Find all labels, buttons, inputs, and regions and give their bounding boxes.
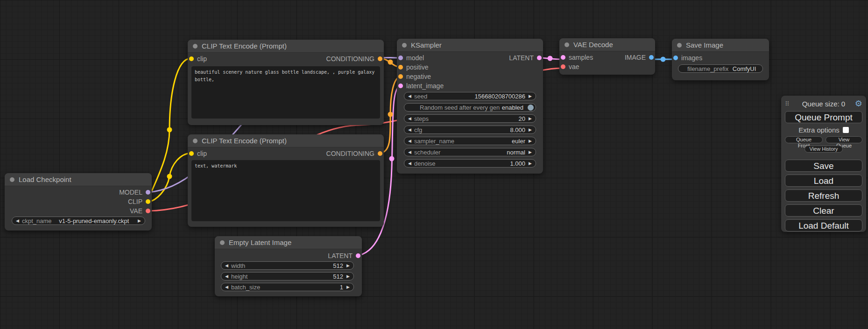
increment-arrow-icon[interactable]: ▶ (527, 137, 533, 145)
node-status-dot (402, 43, 407, 48)
node-title: CLIP Text Encode (Prompt) (202, 137, 287, 145)
node-empty-latent-image[interactable]: Empty Latent Image LATENT ◀ width 512 ▶ … (215, 236, 362, 296)
wire-clip-to-positive-encoder (148, 58, 191, 202)
ckpt-name-widget[interactable]: ◀ ckpt_name v1-5-pruned-emaonly.ckpt ▶ (12, 217, 145, 225)
queue-front-button[interactable]: Queue Front (785, 136, 823, 143)
widget-value: normal (507, 149, 525, 156)
widget-label: width (231, 262, 245, 269)
node-save-image[interactable]: Save Image images filename_prefix ComfyU… (672, 39, 769, 80)
increment-arrow-icon[interactable]: ▶ (527, 92, 533, 100)
positive-input-slot[interactable] (398, 65, 403, 70)
node-title: CLIP Text Encode (Prompt) (202, 42, 287, 50)
decrement-arrow-icon[interactable]: ◀ (224, 273, 230, 280)
height-widget[interactable]: ◀ height 512 ▶ (221, 272, 354, 280)
decrement-arrow-icon[interactable]: ◀ (407, 126, 413, 133)
increment-arrow-icon[interactable]: ▶ (345, 273, 351, 280)
sampler-name-widget[interactable]: ◀ sampler_name euler ▶ (404, 137, 536, 145)
increment-arrow-icon[interactable]: ▶ (527, 148, 533, 156)
widget-value: 156680208700286 (475, 93, 525, 100)
latent-image-input-slot[interactable] (398, 84, 403, 88)
vae-output-slot[interactable] (146, 209, 150, 213)
link-dot (548, 56, 553, 61)
filename-prefix-widget[interactable]: filename_prefix ComfyUI (678, 64, 763, 73)
latent-output-slot[interactable] (537, 56, 542, 60)
widget-label: filename_prefix (687, 65, 728, 72)
increment-arrow-icon[interactable]: ▶ (345, 283, 351, 291)
widget-label: sampler_name (414, 138, 454, 145)
node-title: VAE Decode (573, 41, 613, 49)
output-label: MODEL (119, 189, 142, 196)
node-title-bar[interactable]: Load Checkpoint (5, 173, 152, 186)
negative-prompt-textarea[interactable]: text, watermark (191, 160, 380, 221)
queue-prompt-button[interactable]: Queue Prompt (785, 111, 862, 123)
node-status-dot (10, 177, 14, 182)
node-ksampler[interactable]: KSampler model positive negative latent_… (397, 39, 543, 174)
toggle-knob[interactable] (528, 105, 534, 111)
decrement-arrow-icon[interactable]: ◀ (407, 160, 413, 167)
seed-widget[interactable]: ◀ seed 156680208700286 ▶ (404, 92, 536, 100)
decrement-arrow-icon[interactable]: ◀ (14, 217, 21, 224)
decrement-arrow-icon[interactable]: ◀ (407, 137, 413, 145)
load-default-button[interactable]: Load Default (785, 219, 862, 231)
increment-arrow-icon[interactable]: ▶ (527, 115, 533, 122)
node-title: Empty Latent Image (229, 238, 291, 246)
node-title-bar[interactable]: CLIP Text Encode (Prompt) (188, 134, 384, 147)
node-title-bar[interactable]: CLIP Text Encode (Prompt) (188, 40, 384, 53)
settings-gear-icon[interactable]: ⚙ (855, 99, 862, 108)
negative-input-slot[interactable] (398, 74, 403, 79)
extra-options-checkbox[interactable] (843, 127, 849, 133)
random-seed-toggle-widget[interactable]: Random seed after every gen enabled (404, 103, 536, 112)
latent-output-slot[interactable] (356, 253, 360, 258)
conditioning-output-slot[interactable] (378, 56, 382, 61)
view-queue-button[interactable]: View Queue (826, 136, 862, 143)
node-status-dot (193, 44, 198, 49)
node-clip-text-encode-negative[interactable]: CLIP Text Encode (Prompt) clip CONDITION… (188, 134, 384, 227)
widget-value: 512 (333, 262, 343, 269)
node-load-checkpoint[interactable]: Load Checkpoint MODEL CLIP VAE ◀ ckpt_na… (5, 173, 152, 231)
node-title-bar[interactable]: Empty Latent Image (215, 236, 362, 249)
node-title-bar[interactable]: KSampler (397, 39, 543, 52)
denoise-widget[interactable]: ◀ denoise 1.000 ▶ (404, 159, 536, 168)
decrement-arrow-icon[interactable]: ◀ (224, 262, 230, 269)
conditioning-output-slot[interactable] (378, 151, 382, 156)
increment-arrow-icon[interactable]: ▶ (527, 126, 533, 133)
steps-widget[interactable]: ◀ steps 20 ▶ (404, 114, 536, 123)
widget-label: seed (414, 93, 427, 100)
scheduler-widget[interactable]: ◀ scheduler normal ▶ (404, 148, 536, 156)
increment-arrow-icon[interactable]: ▶ (527, 160, 533, 167)
node-title-bar[interactable]: Save Image (672, 39, 769, 52)
node-title: KSampler (411, 41, 442, 49)
input-label: latent_image (406, 82, 444, 90)
clip-output-slot[interactable] (146, 199, 150, 204)
node-vae-decode[interactable]: VAE Decode samples vae IMAGE (559, 38, 655, 75)
refresh-button[interactable]: Refresh (785, 189, 862, 202)
save-button[interactable]: Save (785, 160, 862, 172)
decrement-arrow-icon[interactable]: ◀ (407, 148, 413, 156)
view-history-button[interactable]: View History (804, 146, 843, 153)
node-status-dot (193, 139, 198, 143)
node-title-bar[interactable]: VAE Decode (559, 38, 655, 51)
images-input-slot[interactable] (673, 56, 678, 60)
widget-label: ckpt_name (22, 217, 52, 224)
load-button[interactable]: Load (785, 175, 862, 187)
model-output-slot[interactable] (146, 190, 150, 195)
decrement-arrow-icon[interactable]: ◀ (407, 115, 413, 122)
positive-prompt-textarea[interactable]: beautiful scenery nature glass bottle la… (191, 66, 380, 119)
increment-arrow-icon[interactable]: ▶ (136, 217, 142, 224)
batch-size-widget[interactable]: ◀ batch_size 1 ▶ (221, 283, 354, 291)
drag-handle-icon[interactable]: ⠿ (785, 100, 792, 107)
cfg-widget[interactable]: ◀ cfg 8.000 ▶ (404, 126, 536, 134)
widget-label: denoise (414, 160, 436, 167)
widget-label: Random seed after every gen (420, 104, 500, 111)
queue-panel: ⠿ Queue size: 0 ⚙ Queue Prompt Extra opt… (781, 96, 866, 232)
decrement-arrow-icon[interactable]: ◀ (407, 92, 413, 100)
decrement-arrow-icon[interactable]: ◀ (224, 283, 230, 291)
width-widget[interactable]: ◀ width 512 ▶ (221, 261, 354, 270)
image-output-slot[interactable] (649, 55, 654, 60)
clear-button[interactable]: Clear (785, 204, 862, 217)
node-clip-text-encode-positive[interactable]: CLIP Text Encode (Prompt) clip CONDITION… (188, 40, 384, 125)
widget-value: 512 (333, 273, 343, 280)
output-label: CLIP (128, 198, 142, 205)
increment-arrow-icon[interactable]: ▶ (345, 262, 351, 269)
vae-input-slot[interactable] (561, 64, 565, 69)
